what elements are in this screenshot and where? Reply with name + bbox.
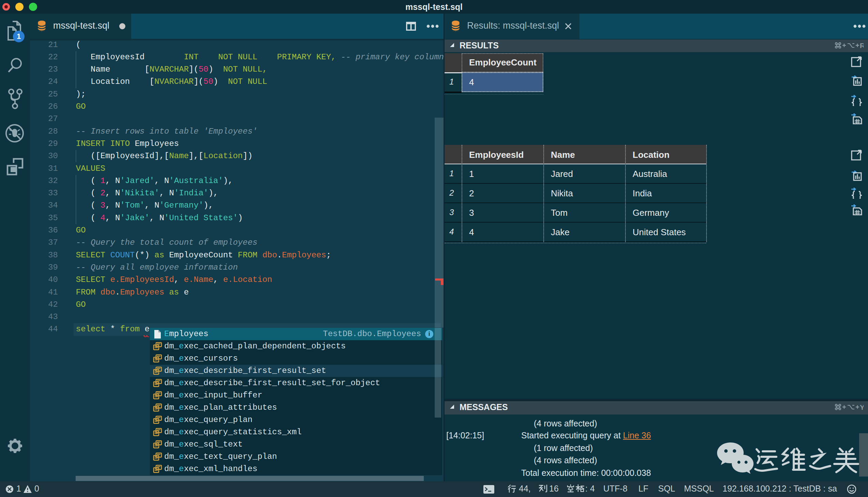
svg-text:Y: Y bbox=[860, 404, 864, 411]
svg-text:R: R bbox=[860, 42, 864, 49]
